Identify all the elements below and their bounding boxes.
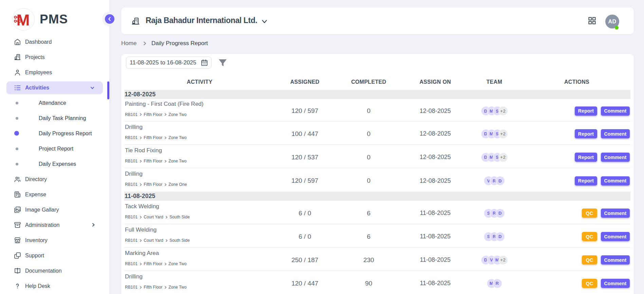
svg-text:M: M: [17, 11, 30, 29]
